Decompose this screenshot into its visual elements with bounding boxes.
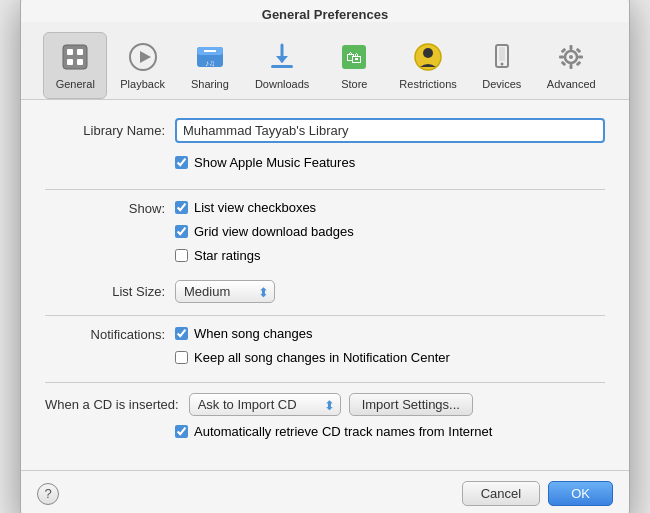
star-ratings-label: Star ratings — [194, 248, 260, 263]
footer: ? Cancel OK — [21, 470, 629, 513]
toolbar-item-playback[interactable]: Playback — [109, 32, 176, 99]
list-size-label: List Size: — [45, 284, 175, 299]
toolbar-downloads-label: Downloads — [255, 78, 309, 90]
svg-rect-17 — [499, 47, 505, 61]
ok-button[interactable]: OK — [548, 481, 613, 506]
list-view-checkbox[interactable] — [175, 201, 188, 214]
toolbar-general-label: General — [56, 78, 95, 90]
cd-retrieve-checkbox-row: Automatically retrieve CD track names fr… — [175, 424, 492, 439]
cd-action-select[interactable]: Ask to Import CD Import CD Import CD and… — [189, 393, 341, 416]
svg-rect-0 — [63, 45, 87, 69]
footer-buttons: Cancel OK — [462, 481, 613, 506]
toolbar-advanced-label: Advanced — [547, 78, 596, 90]
svg-rect-21 — [570, 45, 573, 50]
show-section: Show: List view checkboxes Grid view dow… — [45, 200, 605, 268]
svg-rect-22 — [570, 64, 573, 69]
song-changes-label: When song changes — [194, 326, 313, 341]
toolbar-item-downloads[interactable]: Downloads — [244, 32, 320, 99]
list-size-row: List Size: Small Medium Large — [45, 280, 605, 303]
content-area: Library Name: Show Apple Music Features … — [21, 100, 629, 470]
song-changes-checkbox[interactable] — [175, 327, 188, 340]
advanced-icon — [553, 39, 589, 75]
toolbar-devices-label: Devices — [482, 78, 521, 90]
restrictions-icon — [410, 39, 446, 75]
svg-marker-6 — [140, 51, 151, 63]
toolbar-item-general[interactable]: General — [43, 32, 107, 99]
cd-section: When a CD is inserted: Ask to Import CD … — [45, 393, 605, 416]
svg-text:♪♫: ♪♫ — [205, 59, 215, 68]
notifications-label: Notifications: — [45, 326, 175, 342]
apple-music-row: Show Apple Music Features — [175, 155, 605, 175]
toolbar-sharing-label: Sharing — [191, 78, 229, 90]
svg-rect-23 — [559, 56, 564, 59]
store-icon: 🛍 — [336, 39, 372, 75]
notification-center-checkbox[interactable] — [175, 351, 188, 364]
toolbar: General Playback ♪♫ Sharing — [21, 22, 629, 100]
toolbar-item-store[interactable]: 🛍 Store — [322, 32, 386, 99]
star-ratings-checkbox[interactable] — [175, 249, 188, 262]
cd-retrieve-label: Automatically retrieve CD track names fr… — [194, 424, 492, 439]
star-ratings-row: Star ratings — [175, 248, 354, 263]
svg-point-14 — [423, 48, 433, 58]
cd-retrieve-row: Automatically retrieve CD track names fr… — [175, 424, 605, 444]
grid-view-label: Grid view download badges — [194, 224, 354, 239]
notification-center-label: Keep all song changes in Notification Ce… — [194, 350, 450, 365]
general-preferences-dialog: General Preferences General — [20, 0, 630, 513]
grid-view-checkbox[interactable] — [175, 225, 188, 238]
toolbar-item-devices[interactable]: Devices — [470, 32, 534, 99]
general-icon — [57, 39, 93, 75]
cd-controls: Ask to Import CD Import CD Import CD and… — [189, 393, 473, 416]
downloads-icon — [264, 39, 300, 75]
grid-view-row: Grid view download badges — [175, 224, 354, 239]
cancel-button[interactable]: Cancel — [462, 481, 540, 506]
song-changes-row: When song changes — [175, 326, 450, 341]
sharing-icon: ♪♫ — [192, 39, 228, 75]
library-name-input[interactable] — [175, 118, 605, 143]
notification-center-row: Keep all song changes in Notification Ce… — [175, 350, 450, 365]
toolbar-item-sharing[interactable]: ♪♫ Sharing — [178, 32, 242, 99]
svg-rect-4 — [77, 59, 83, 65]
toolbar-restrictions-label: Restrictions — [399, 78, 456, 90]
svg-rect-1 — [67, 49, 73, 55]
svg-rect-3 — [67, 59, 73, 65]
list-size-select[interactable]: Small Medium Large — [175, 280, 275, 303]
cd-retrieve-checkbox[interactable] — [175, 425, 188, 438]
cd-label: When a CD is inserted: — [45, 397, 189, 412]
cd-select-wrapper: Ask to Import CD Import CD Import CD and… — [189, 393, 341, 416]
toolbar-store-label: Store — [341, 78, 367, 90]
show-label: Show: — [45, 200, 175, 216]
show-options: List view checkboxes Grid view download … — [175, 200, 354, 268]
svg-point-20 — [569, 55, 573, 59]
library-name-label: Library Name: — [45, 123, 175, 138]
apple-music-checkbox[interactable] — [175, 156, 188, 169]
svg-rect-24 — [578, 56, 583, 59]
list-size-select-wrapper: Small Medium Large — [175, 280, 275, 303]
toolbar-item-advanced[interactable]: Advanced — [536, 32, 607, 99]
help-button[interactable]: ? — [37, 483, 59, 505]
svg-rect-2 — [77, 49, 83, 55]
svg-rect-10 — [271, 65, 293, 68]
apple-music-label: Show Apple Music Features — [194, 155, 355, 170]
list-view-row: List view checkboxes — [175, 200, 354, 215]
toolbar-item-restrictions[interactable]: Restrictions — [388, 32, 467, 99]
svg-text:🛍: 🛍 — [346, 49, 362, 66]
playback-icon — [125, 39, 161, 75]
devices-icon — [484, 39, 520, 75]
import-settings-button[interactable]: Import Settings... — [349, 393, 473, 416]
library-name-row: Library Name: — [45, 118, 605, 143]
dialog-title: General Preferences — [21, 0, 629, 22]
toolbar-playback-label: Playback — [120, 78, 165, 90]
apple-music-checkbox-row: Show Apple Music Features — [175, 155, 355, 170]
svg-point-18 — [500, 63, 503, 66]
list-view-label: List view checkboxes — [194, 200, 316, 215]
notifications-options: When song changes Keep all song changes … — [175, 326, 450, 370]
notifications-section: Notifications: When song changes Keep al… — [45, 326, 605, 370]
